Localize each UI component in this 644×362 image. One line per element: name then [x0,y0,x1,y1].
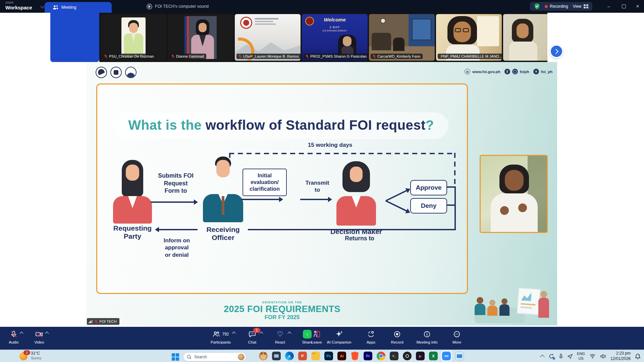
edge-icon[interactable]: e [285,352,294,360]
arrow-submit [151,201,194,203]
interpreter-video[interactable] [480,155,548,233]
security-shield-icon[interactable] [534,3,540,10]
university-seal [240,17,252,29]
tile-slide-line2: ES ENHANCEMENT [302,29,368,32]
fb-ig-handle-text: foiph [520,70,529,74]
slide-title-main: workflow of Standard FOI request [206,118,426,132]
recording-dot-icon [545,5,548,8]
participant-tile[interactable]: PSU_Christian De Guzman [101,14,166,61]
language-top: ENG [577,352,585,356]
terminal-icon[interactable]: >_ [390,352,398,360]
step-transmit-label: Transmit to [299,179,336,194]
interpreter-hand [500,206,509,215]
participant-tile[interactable]: CarcarWD_Kimberly Fano [369,14,435,61]
desktop-pet-icon[interactable] [259,352,268,360]
foi-logo-icon [110,67,122,78]
clock-widget[interactable]: 2:23 pm 12/01/2026 [610,351,631,361]
tray-mic-icon[interactable] [559,354,563,359]
participant-tile[interactable]: USeP_Lauren Monique B. Ramos [235,14,301,61]
tray-overflow-chevron-icon[interactable] [540,354,545,359]
zoom-app-icon[interactable]: zm [442,352,451,360]
decision-maker-illustration [335,161,377,226]
dashed-route-top [229,153,455,154]
brand-zoom-text: zoom [5,1,32,4]
search-box[interactable]: Search [183,352,246,361]
agency-logo-icon [125,67,137,78]
minimize-button[interactable]: – [602,0,615,13]
file-explorer-icon[interactable] [311,352,320,360]
wifi-icon[interactable] [589,354,596,359]
participant-tile[interactable]: PNP_PMAJ CHARIBELLE M JAND... [436,14,502,61]
participant-tile[interactable]: Welcome 1-DAY ES ENHANCEMENT PRO2_PSMS S… [302,14,368,61]
receiving-officer-illustration [203,157,243,222]
interpreter-hand [518,203,527,212]
presenter-tag: FOI TECH [87,318,119,325]
participant-name: USeP_Lauren Monique B. Ramos [243,54,299,58]
muted-mic-icon [104,54,108,58]
recording-indicator[interactable]: Recording [545,4,568,9]
step-submit-label: Submits FOI Request Form to [142,172,209,195]
wall-clock [380,18,386,23]
globe-icon: ◎ [465,69,470,74]
powerpoint-icon[interactable]: P [298,352,307,360]
instagram-icon [512,69,518,74]
tile-slide-line1: 1-DAY [302,25,368,29]
notification-bell-icon[interactable]: z [635,353,641,359]
tile-slide-title: Welcome [302,17,368,22]
recording-label: Recording [550,4,568,9]
tray-location-icon[interactable] [568,354,573,359]
x-icon: × [533,69,539,74]
tab-meeting[interactable]: Meeting [45,2,112,13]
weather-widget[interactable]: 2 31°C Sunny [19,351,41,360]
participant-tile[interactable]: Dianne Gammad [168,14,233,61]
people-illustration [475,286,553,323]
next-videos-button[interactable] [549,44,564,58]
muted-mic-icon [372,54,376,58]
chevron-right-icon [553,49,559,54]
premiere-icon[interactable]: Pr [364,352,372,360]
footer-kicker: ORIENTATION ON THE [165,301,399,304]
gov-logo-icon [96,67,107,78]
maximize-button[interactable] [617,0,631,13]
zoom-brand: zoom Workspace [5,1,32,10]
participant-name: PRO2_PSMS Sharon G Pasicolan [310,54,367,58]
display-app-icon[interactable] [455,352,464,360]
speaker-icon[interactable] [600,354,606,359]
search-placeholder: Search [194,355,235,359]
participant-name-tag: CarcarWD_Kimberly Fano [371,54,423,59]
deny-box: Deny [410,198,447,214]
taskbar-center: Search [172,352,246,361]
muted-mic-icon [305,54,309,58]
leave-icon [312,330,321,338]
windows-taskbar: 2 31°C Sunny Search e P Ps Ai Pr [0,350,644,362]
taskbar-apps: e P Ps Ai Pr >_ ▶ X zm [259,352,464,360]
start-button[interactable] [172,353,179,361]
footer-title: 2025 FOI REQUIREMENTS [165,304,399,314]
chrome-icon[interactable] [377,352,385,360]
language-switcher[interactable]: ENG US [577,352,585,361]
view-button[interactable]: View [573,4,588,9]
workspace-chevron-icon[interactable] [40,4,45,8]
tab-computer-sound[interactable]: FOI TECH's computer sound [147,0,209,13]
return-vertical [454,206,456,230]
step-inform-label: Inform on approval or denial [143,237,210,258]
illustrator-icon[interactable]: Ai [337,352,346,360]
participant-name: CarcarWD_Kimberly Fano [377,54,420,58]
meeting-status-cluster: Recording View [530,2,592,11]
leave-button[interactable]: Leave [0,327,639,350]
participant-name: Dianne Gammad [176,54,204,58]
signal-bars-icon [89,320,93,323]
brave-icon[interactable] [351,352,359,360]
media-app-icon[interactable] [403,352,412,360]
language-bottom: US [577,356,585,361]
shared-screen: ◎ www.foi.gov.ph f foiph × foi_ph What i… [86,62,557,325]
player-app-icon[interactable]: ▶ [416,352,425,360]
pc-app-icon[interactable] [272,352,281,360]
close-button[interactable]: × [631,0,644,13]
participant-tile[interactable] [503,14,547,61]
excel-icon[interactable]: X [429,352,438,360]
photoshop-icon[interactable]: Ps [324,352,333,360]
footer-subtitle: FOR FY 2025 [165,314,399,321]
sync-icon[interactable] [548,353,554,359]
glasses [463,28,469,32]
